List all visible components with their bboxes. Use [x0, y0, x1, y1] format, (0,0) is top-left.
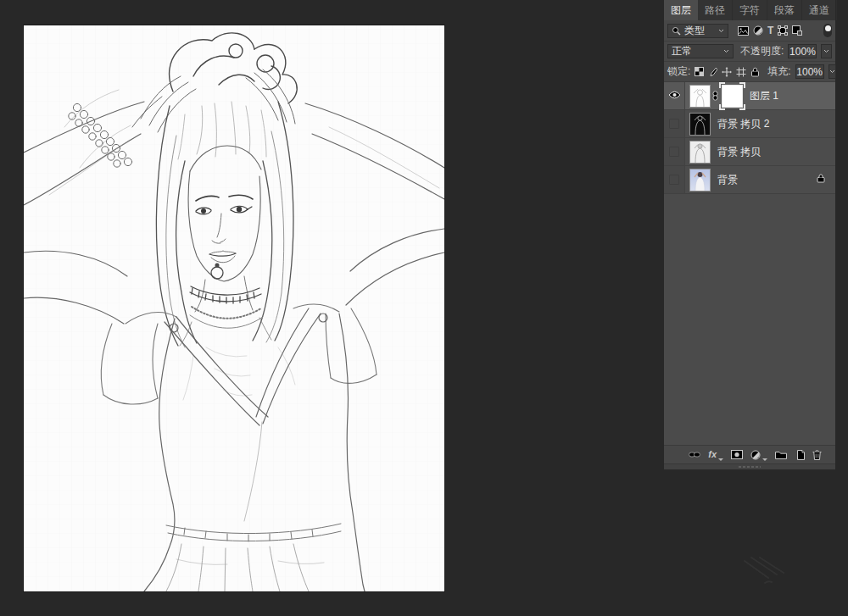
chevron-down-icon	[718, 29, 724, 33]
background-lock-icon	[817, 174, 825, 186]
visibility-toggle[interactable]	[664, 110, 685, 137]
link-layers-icon[interactable]	[689, 451, 700, 458]
filter-kind-dropdown[interactable]: 类型	[667, 24, 728, 38]
layer-row[interactable]: 背景 拷贝 2	[664, 110, 835, 138]
lock-row: 锁定: 填充: 100%	[664, 62, 835, 82]
visibility-eye-icon	[668, 90, 681, 102]
opacity-value[interactable]: 100%	[788, 44, 817, 58]
tab-layers[interactable]: 图层	[664, 0, 698, 20]
lock-transparency-icon[interactable]	[695, 67, 704, 76]
visibility-empty-well	[669, 119, 679, 129]
fill-dropdown-button[interactable]	[828, 64, 836, 79]
layer-thumbnail[interactable]	[689, 169, 711, 191]
new-adjustment-layer-icon[interactable]	[750, 450, 761, 460]
layer-list-empty-area	[664, 194, 835, 445]
sketch-artwork	[24, 25, 444, 591]
adjustment-dropdown-arrow	[762, 458, 767, 461]
layer-list: 图层 1 背景 拷贝 2 背景 拷贝	[664, 82, 835, 194]
lock-label: 锁定:	[667, 64, 690, 79]
layers-footer-toolbar: fx	[664, 445, 835, 463]
layer-name: 图层 1	[750, 89, 835, 103]
search-icon	[672, 26, 681, 36]
layer-row[interactable]: 图层 1	[664, 82, 835, 110]
layer-thumbnail[interactable]	[689, 141, 711, 164]
opacity-dropdown-button[interactable]	[821, 44, 832, 58]
workspace-watermark	[739, 549, 795, 591]
visibility-empty-well	[669, 175, 679, 185]
smart-object-filter-icon[interactable]	[792, 25, 802, 36]
panel-resize-grip[interactable]	[664, 463, 835, 469]
photoshop-workspace: { "window": { "background": "#282828" },…	[0, 0, 848, 616]
grip-dots	[739, 466, 761, 468]
delete-layer-trash-icon[interactable]	[812, 450, 822, 460]
visibility-toggle[interactable]	[664, 166, 685, 193]
pixel-layer-filter-icon[interactable]	[738, 26, 749, 36]
tab-paths[interactable]: 路径	[698, 0, 733, 20]
lock-artboard-icon[interactable]	[736, 67, 746, 77]
lock-pixels-brush-icon[interactable]	[708, 67, 717, 77]
layer-name: 背景	[717, 173, 817, 187]
layer-name: 背景 拷贝 2	[717, 117, 835, 131]
layer-name: 背景 拷贝	[717, 145, 835, 159]
chevron-down-icon	[723, 49, 729, 53]
new-group-folder-icon[interactable]	[775, 450, 787, 459]
layer-style-fx-icon[interactable]: fx	[708, 450, 717, 459]
fill-label: 填充:	[767, 64, 790, 79]
layer-filter-row: 类型 T	[664, 20, 835, 42]
document-canvas[interactable]	[24, 25, 444, 591]
fx-dropdown-arrow	[718, 458, 723, 461]
layer-row[interactable]: 背景	[664, 166, 835, 194]
panel-tabbar: 图层 路径 字符 段落 通道	[664, 0, 835, 20]
tab-character[interactable]: 字符	[733, 0, 767, 20]
type-layer-filter-icon[interactable]: T	[767, 25, 773, 36]
layer-mask-thumbnail[interactable]	[722, 85, 743, 108]
blend-mode-dropdown[interactable]: 正常	[667, 44, 734, 58]
layer-row[interactable]: 背景 拷贝	[664, 138, 835, 166]
adjustment-layer-filter-icon[interactable]	[753, 25, 763, 36]
shape-layer-filter-icon[interactable]	[778, 25, 788, 36]
tab-channels[interactable]: 通道	[802, 0, 837, 20]
tab-paragraph[interactable]: 段落	[767, 0, 802, 20]
layer-thumbnail[interactable]	[689, 85, 711, 108]
filter-toggle-switch[interactable]	[823, 24, 832, 37]
mask-link-chain-icon[interactable]	[711, 91, 719, 101]
blend-mode-row: 正常 不透明度: 100%	[664, 42, 835, 62]
fill-value[interactable]: 100%	[795, 64, 824, 79]
visibility-toggle[interactable]	[664, 82, 685, 109]
lock-all-padlock-icon[interactable]	[750, 67, 760, 77]
opacity-label: 不透明度:	[740, 44, 784, 58]
visibility-toggle[interactable]	[664, 138, 685, 165]
layer-thumbnail[interactable]	[689, 113, 711, 136]
layers-panel: 图层 路径 字符 段落 通道 类型 T	[664, 0, 835, 469]
new-layer-icon[interactable]	[795, 450, 805, 460]
lock-position-move-icon[interactable]	[722, 67, 732, 77]
visibility-empty-well	[669, 147, 679, 157]
add-layer-mask-icon[interactable]	[731, 450, 743, 459]
